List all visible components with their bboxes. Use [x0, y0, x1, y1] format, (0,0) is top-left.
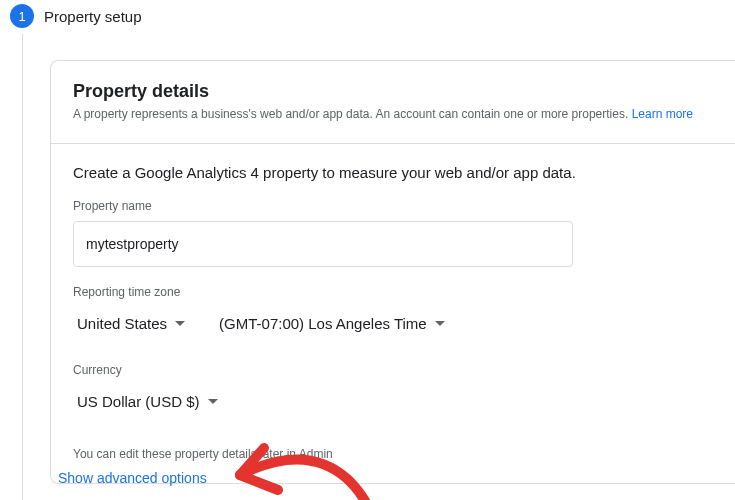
step-title: Property setup	[44, 8, 142, 25]
timezone-country-select[interactable]: United States	[73, 303, 189, 345]
currency-select[interactable]: US Dollar (USD $)	[73, 381, 222, 423]
chevron-down-icon	[208, 399, 218, 405]
show-advanced-options-link[interactable]: Show advanced options	[58, 470, 207, 486]
create-property-description: Create a Google Analytics 4 property to …	[73, 164, 713, 181]
timezone-value: (GMT-07:00) Los Angeles Time	[219, 315, 427, 332]
stepper-line	[22, 34, 23, 500]
timezone-label: Reporting time zone	[73, 285, 713, 299]
property-name-input[interactable]	[73, 221, 573, 267]
edit-later-note: You can edit these property details late…	[73, 447, 713, 461]
card-title: Property details	[73, 81, 713, 102]
learn-more-link[interactable]: Learn more	[632, 107, 693, 121]
property-details-card: Property details A property represents a…	[50, 60, 735, 484]
chevron-down-icon	[435, 321, 445, 327]
property-name-label: Property name	[73, 199, 713, 213]
chevron-down-icon	[175, 321, 185, 327]
property-setup-page: 1 Property setup Property details A prop…	[0, 0, 735, 500]
currency-value: US Dollar (USD $)	[77, 393, 200, 410]
card-divider	[51, 143, 735, 144]
currency-label: Currency	[73, 363, 713, 377]
card-subtitle: A property represents a business's web a…	[73, 106, 713, 123]
timezone-country-value: United States	[77, 315, 167, 332]
step-header: 1 Property setup	[8, 0, 735, 28]
card-subtitle-text: A property represents a business's web a…	[73, 107, 632, 121]
timezone-value-select[interactable]: (GMT-07:00) Los Angeles Time	[215, 303, 449, 345]
step-number-badge: 1	[10, 4, 34, 28]
